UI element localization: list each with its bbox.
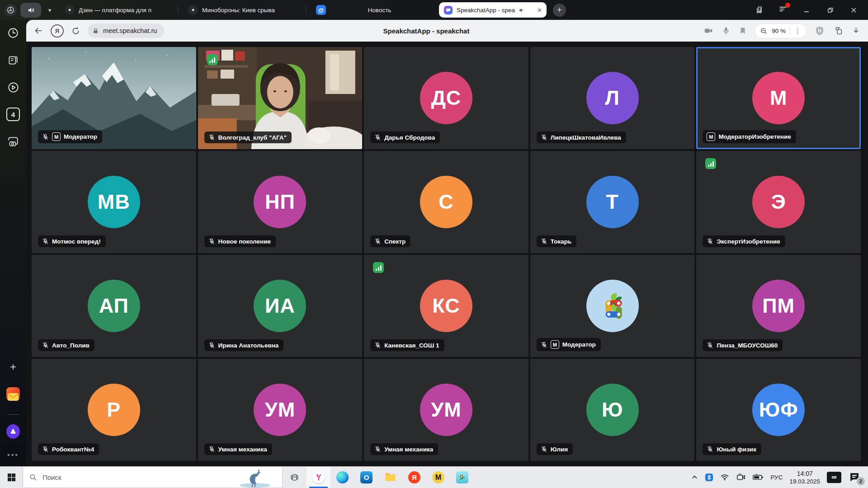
taskbar-app-edge[interactable] [330, 467, 354, 488]
battery-icon[interactable] [753, 473, 764, 481]
add-icon[interactable]: + [6, 360, 20, 374]
collections-icon[interactable] [833, 26, 843, 36]
tray-app-icon[interactable]: ∞ [827, 472, 841, 483]
yandex-mail-icon[interactable] [6, 387, 20, 401]
participant-tile[interactable]: МMМодераторИзобретение [696, 47, 861, 149]
reload-button[interactable] [71, 26, 80, 36]
tab-speakchat-active[interactable]: SpeakchatApp - spea ✕ [439, 2, 547, 18]
minimize-button[interactable] [802, 5, 811, 14]
wifi-icon[interactable] [720, 473, 729, 482]
taskbar-app-outlook[interactable]: O [354, 467, 378, 488]
participant-tile[interactable]: MМодератор [530, 255, 695, 357]
avatar-ball-icon [7, 6, 14, 14]
participant-tile[interactable]: УМ Умная механика [364, 359, 528, 461]
mic-muted-icon [208, 446, 215, 453]
participant-tile[interactable]: АП Авто_Полив [32, 255, 196, 357]
tray-date: 19.03.2025 [789, 478, 820, 486]
mic-muted-icon [42, 133, 49, 141]
participant-tile[interactable]: Э ЭкспертИзобретение [696, 151, 861, 253]
participant-tile[interactable]: Т Токарь [530, 151, 695, 253]
close-window-button[interactable] [849, 5, 858, 14]
eco-robotics-logo [599, 292, 627, 320]
url-text: meet.speakchat.ru [103, 27, 157, 34]
participant-tile[interactable]: КС Каневская_СОШ 1 [364, 255, 528, 357]
microphone-icon[interactable] [722, 26, 731, 35]
back-button[interactable] [33, 26, 43, 36]
participant-tile[interactable]: Л ЛипецкШкатоваИвлева [530, 47, 695, 149]
tabs-counter[interactable]: 4 [6, 108, 20, 121]
zoom-menu-icon[interactable]: ⋮ [794, 27, 801, 35]
mic-muted-icon [374, 238, 381, 245]
side-panel-icon[interactable] [755, 5, 764, 14]
bluetooth-icon[interactable] [705, 473, 713, 482]
volume-dropdown-chevron[interactable]: ▾ [45, 7, 55, 14]
new-tab-button[interactable]: + [553, 4, 566, 17]
mic-muted-icon [208, 238, 215, 245]
tray-time: 14:07 [797, 469, 813, 478]
participant-tile[interactable]: ЮФ Юный физик [696, 359, 861, 461]
tab-news[interactable]: ✦ Минобороны: Киев срыва [182, 2, 302, 18]
good-connection-icon [705, 158, 716, 169]
participant-name: Спектр [384, 238, 406, 245]
participant-tile[interactable]: С Спектр [364, 151, 528, 253]
participant-name: Робоквант№4 [52, 446, 94, 453]
participant-avatar: Т [586, 176, 639, 228]
browser-menu-icon[interactable] [778, 5, 788, 15]
restore-button[interactable] [826, 5, 835, 14]
task-view-button[interactable] [283, 467, 307, 488]
taskbar-search[interactable]: Поиск [23, 467, 283, 488]
zoom-control[interactable]: 90 % ⋮ [755, 24, 806, 38]
participant-name-label: Авто_Полив [38, 339, 94, 351]
action-center-button[interactable]: 2 [848, 471, 862, 483]
participant-tile[interactable]: MМодератор [32, 47, 196, 149]
taskbar-app-explorer[interactable] [378, 467, 402, 488]
participant-tile[interactable]: ДС Дарья Сбродова [364, 47, 528, 149]
yandex-button[interactable]: Я [51, 24, 64, 38]
participant-name: Модератор [562, 341, 596, 348]
browser-profile-avatar[interactable] [5, 4, 17, 16]
feed-icon[interactable] [6, 53, 20, 67]
participant-tile[interactable]: ПМ Пенза_МБОУСОШ60 [696, 255, 861, 357]
tab-close-icon[interactable]: ✕ [537, 7, 542, 14]
participant-tile[interactable]: УМ Умная механика [198, 359, 363, 461]
taskbar-app-graphics[interactable] [450, 467, 474, 488]
participant-tile[interactable]: ИА Ирина Анатольевна [198, 255, 363, 357]
participant-tile[interactable]: Р Робоквант№4 [32, 359, 196, 461]
taskbar-app-metro[interactable]: М [426, 467, 450, 488]
tab-volume-button[interactable] [20, 3, 41, 18]
sidebar-divider [7, 414, 19, 415]
taskbar-app-yandex[interactable]: Я [402, 467, 426, 488]
participant-name: Умная механика [384, 446, 433, 453]
taskbar-app-yandex-browser[interactable] [307, 467, 330, 488]
system-tray: РУС 14:07 19.03.2025 ∞ 2 [691, 469, 868, 486]
clock[interactable]: 14:07 19.03.2025 [789, 469, 820, 486]
screenshot-icon[interactable] [6, 135, 20, 148]
tab-novost[interactable]: @ Новость [310, 2, 435, 18]
bookmark-icon[interactable] [739, 27, 747, 35]
alice-icon[interactable] [6, 425, 20, 438]
mic-muted-icon [42, 342, 49, 349]
protect-shield-icon[interactable] [814, 25, 825, 36]
participant-tile[interactable]: НП Новое поколение [198, 151, 363, 253]
participant-tile[interactable]: Волгоград_клуб "АГА" [198, 47, 363, 149]
video-icon[interactable] [6, 80, 20, 94]
mic-muted-icon [42, 238, 49, 245]
language-indicator[interactable]: РУС [770, 474, 783, 481]
address-bar[interactable]: meet.speakchat.ru [88, 23, 164, 38]
mic-muted-icon [541, 341, 547, 348]
downloads-icon[interactable] [851, 26, 861, 36]
camera-in-use-icon[interactable] [736, 473, 746, 482]
history-icon[interactable] [6, 26, 20, 40]
tab-dzen[interactable]: ✦ Дзен — платформа для п [58, 2, 174, 18]
zoom-out-icon[interactable] [760, 27, 768, 35]
more-icon[interactable]: ••• [6, 448, 20, 462]
tray-expand-chevron[interactable] [691, 474, 698, 481]
participant-tile[interactable]: Ю Юлия [530, 359, 695, 461]
participant-tile[interactable]: МВ Мотмос вперед! [32, 151, 196, 253]
participant-avatar: Ю [586, 384, 639, 436]
start-button[interactable] [0, 467, 23, 488]
participant-name: Юный физик [717, 446, 756, 453]
tab-title: SpeakchatApp - spea [457, 7, 515, 14]
camera-icon[interactable] [703, 26, 713, 36]
zoom-level: 90 % [772, 28, 786, 34]
